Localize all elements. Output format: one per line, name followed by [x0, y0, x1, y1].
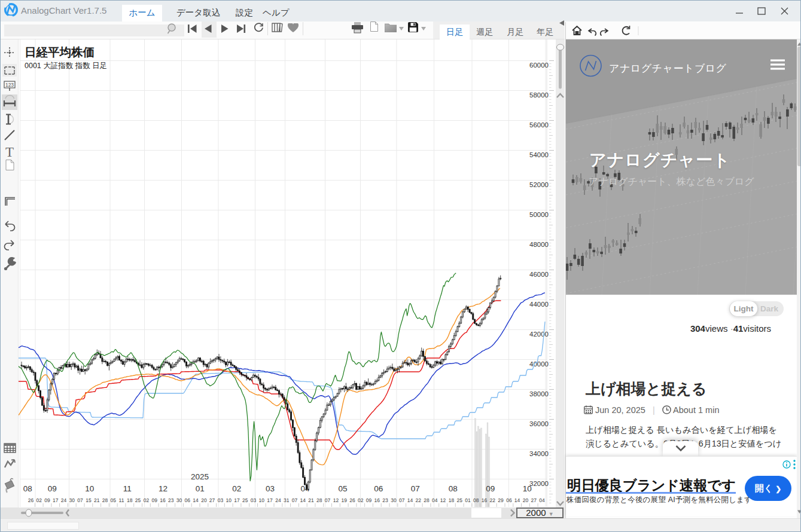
svg-text:16: 16: [374, 497, 380, 503]
svg-text:26: 26: [28, 497, 34, 503]
svg-text:05: 05: [110, 497, 116, 503]
svg-text:09: 09: [366, 497, 372, 503]
svg-text:36000: 36000: [529, 420, 549, 427]
svg-text:28: 28: [102, 497, 108, 503]
svg-text:42000: 42000: [529, 331, 549, 338]
svg-text:18: 18: [449, 497, 455, 503]
svg-text:01: 01: [465, 497, 471, 503]
svg-text:07: 07: [399, 497, 405, 503]
svg-text:30: 30: [176, 497, 182, 503]
svg-text:16: 16: [160, 497, 166, 503]
svg-text:08: 08: [473, 497, 479, 503]
svg-text:22: 22: [490, 497, 496, 503]
svg-text:19: 19: [341, 497, 347, 503]
svg-text:12: 12: [440, 497, 446, 503]
svg-text:07: 07: [411, 484, 420, 493]
svg-text:30: 30: [391, 497, 397, 503]
svg-text:60000: 60000: [529, 62, 549, 69]
svg-text:14: 14: [193, 497, 199, 503]
svg-text:21: 21: [308, 497, 314, 503]
svg-text:17: 17: [267, 497, 273, 503]
svg-text:52000: 52000: [529, 181, 549, 188]
svg-text:10: 10: [259, 497, 265, 503]
svg-text:04: 04: [539, 497, 545, 503]
svg-text:40000: 40000: [529, 360, 549, 368]
svg-text:11: 11: [119, 497, 124, 503]
svg-text:09: 09: [44, 497, 50, 503]
svg-text:123: 123: [5, 82, 14, 88]
svg-text:20: 20: [523, 497, 529, 503]
svg-text:24: 24: [61, 497, 67, 503]
svg-text:05: 05: [338, 484, 347, 493]
svg-text:07: 07: [77, 497, 83, 503]
svg-text:56000: 56000: [529, 121, 549, 129]
svg-text:25: 25: [242, 497, 248, 503]
svg-text:06: 06: [374, 484, 383, 493]
svg-text:14: 14: [407, 497, 413, 503]
svg-text:08: 08: [23, 484, 32, 493]
svg-text:09: 09: [486, 484, 495, 493]
svg-text:07: 07: [292, 497, 298, 503]
svg-text:18: 18: [127, 497, 133, 503]
svg-text:10: 10: [226, 497, 232, 503]
svg-text:12: 12: [159, 484, 167, 493]
svg-text:03: 03: [266, 484, 275, 493]
svg-text:20: 20: [201, 497, 207, 503]
svg-text:26: 26: [349, 497, 355, 503]
svg-text:03: 03: [218, 497, 224, 503]
svg-text:48000: 48000: [529, 241, 549, 248]
svg-text:22: 22: [415, 497, 421, 503]
svg-text:25: 25: [135, 497, 141, 503]
svg-text:09: 09: [48, 484, 57, 493]
svg-text:14: 14: [300, 497, 306, 503]
svg-text:03: 03: [251, 497, 257, 503]
svg-text:16: 16: [482, 497, 488, 503]
svg-text:17: 17: [234, 497, 240, 503]
svg-text:46000: 46000: [529, 271, 549, 278]
svg-text:02: 02: [36, 497, 42, 503]
svg-text:29: 29: [498, 497, 504, 503]
svg-text:10: 10: [523, 484, 532, 493]
svg-text:2025: 2025: [191, 472, 209, 481]
svg-text:31: 31: [284, 497, 290, 503]
svg-text:27: 27: [209, 497, 215, 503]
svg-text:44000: 44000: [529, 301, 549, 308]
svg-text:25: 25: [456, 497, 462, 503]
svg-text:38000: 38000: [529, 390, 549, 398]
svg-text:11: 11: [123, 484, 132, 493]
svg-text:02: 02: [232, 484, 241, 493]
svg-text:54000: 54000: [529, 151, 549, 158]
svg-text:23: 23: [382, 497, 388, 503]
svg-text:30: 30: [69, 497, 75, 503]
svg-text:15: 15: [86, 497, 92, 503]
svg-text:23: 23: [168, 497, 174, 503]
svg-text:12: 12: [333, 497, 339, 503]
svg-text:14: 14: [514, 497, 520, 503]
svg-text:02: 02: [144, 497, 150, 503]
svg-text:08: 08: [449, 484, 458, 493]
svg-text:01: 01: [196, 484, 205, 493]
svg-text:06: 06: [185, 497, 191, 503]
svg-text:24: 24: [275, 497, 281, 503]
svg-text:34000: 34000: [529, 450, 549, 457]
svg-text:0001 大証指数 指数 日足: 0001 大証指数 指数 日足: [25, 62, 107, 70]
svg-text:50000: 50000: [529, 211, 549, 218]
svg-text:10: 10: [85, 484, 94, 493]
svg-text:28: 28: [424, 497, 430, 503]
svg-text:02: 02: [358, 497, 364, 503]
svg-text:28: 28: [316, 497, 322, 503]
svg-text:日経平均株価: 日経平均株価: [25, 45, 95, 59]
svg-text:27: 27: [531, 497, 537, 503]
svg-text:09: 09: [151, 497, 157, 503]
svg-text:04: 04: [432, 497, 438, 503]
svg-text:07: 07: [325, 497, 331, 503]
svg-text:06: 06: [506, 497, 512, 503]
svg-text:17: 17: [53, 497, 59, 503]
svg-text:T: T: [5, 145, 14, 160]
svg-text:32000: 32000: [529, 480, 549, 487]
svg-text:58000: 58000: [529, 91, 549, 99]
svg-text:21: 21: [94, 497, 100, 503]
